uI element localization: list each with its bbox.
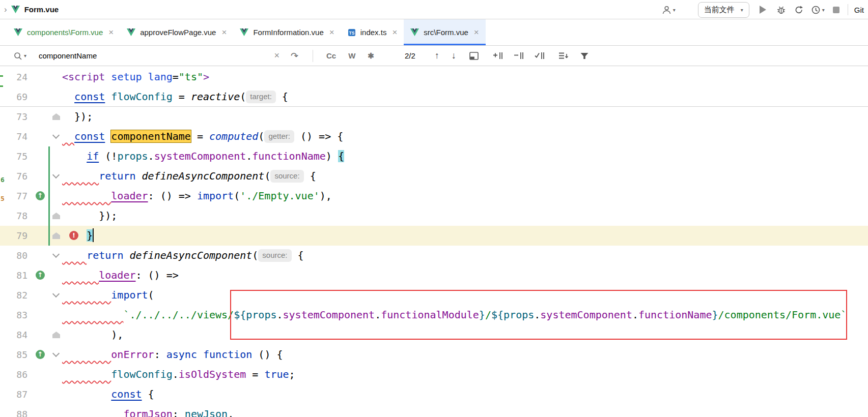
line-number[interactable]: 79 bbox=[0, 226, 27, 246]
fold-icon[interactable] bbox=[52, 251, 60, 258]
line-number[interactable]: 85 bbox=[0, 345, 27, 365]
editor-line-86[interactable]: 86 flowConfig.isOldSystem = true; bbox=[0, 365, 868, 384]
code-token bbox=[62, 408, 123, 417]
fold-icon[interactable] bbox=[52, 132, 60, 139]
code-token: . bbox=[148, 150, 154, 162]
tab-close-icon[interactable]: × bbox=[328, 28, 334, 37]
code-token bbox=[105, 71, 111, 83]
editor-line-85[interactable]: 85↑ onError: async function () { bbox=[0, 345, 868, 365]
editor[interactable]: 24<script setup lang="ts">69 const flowC… bbox=[0, 66, 868, 417]
code-token: './Empty.vue' bbox=[240, 190, 320, 202]
code-token: ( bbox=[264, 170, 270, 182]
line-number[interactable]: 24 bbox=[0, 67, 27, 87]
tab-src-form-vue[interactable]: src\Form.vue× bbox=[404, 19, 485, 45]
history-dropdown[interactable]: ▾ bbox=[811, 5, 825, 15]
editor-line-77[interactable]: 77↑ loader: () => import('./Empty.vue'), bbox=[0, 186, 868, 206]
line-number[interactable]: 84 bbox=[0, 325, 27, 345]
implements-icon[interactable]: ↑ bbox=[36, 191, 45, 200]
ts-file-icon: TS bbox=[348, 28, 356, 37]
stop-button[interactable] bbox=[833, 7, 839, 13]
line-number[interactable]: 86 bbox=[0, 365, 27, 384]
fold-end-icon[interactable] bbox=[52, 113, 60, 120]
editor-line-80[interactable]: 80 return defineAsyncComponent(source: { bbox=[0, 246, 868, 265]
more-options-icon[interactable] bbox=[558, 51, 569, 60]
editor-line-69[interactable]: 69 const flowConfig = reactive(target: { bbox=[0, 87, 868, 107]
line-number[interactable]: 81 bbox=[0, 265, 27, 285]
editor-line-78[interactable]: 78 }); bbox=[0, 206, 868, 226]
code-token: setup bbox=[111, 71, 142, 83]
line-number[interactable]: 82 bbox=[0, 285, 27, 305]
line-number[interactable]: 75 bbox=[0, 146, 27, 166]
line-number[interactable]: 88 bbox=[0, 404, 27, 417]
code-token: ; bbox=[289, 368, 295, 380]
code-token: : () => bbox=[136, 269, 179, 281]
user-account-button[interactable]: ▾ bbox=[662, 5, 676, 15]
fold-end-icon[interactable] bbox=[52, 232, 60, 239]
line-number[interactable]: 83 bbox=[0, 305, 27, 325]
search-input[interactable]: ▾ componentName × ↷ bbox=[13, 50, 305, 62]
run-button[interactable] bbox=[760, 6, 766, 14]
edge-mark bbox=[0, 85, 3, 87]
open-in-tool-window-icon[interactable] bbox=[469, 52, 479, 60]
line-number[interactable]: 69 bbox=[0, 87, 27, 107]
editor-line-81[interactable]: 81↑ loader: () => bbox=[0, 265, 868, 285]
editor-line-88[interactable]: 88 formJson: newJson, bbox=[0, 404, 868, 417]
tab-close-icon[interactable]: × bbox=[220, 28, 227, 37]
code-token: ) bbox=[326, 150, 338, 162]
tab-index-ts[interactable]: TSindex.ts× bbox=[341, 19, 404, 45]
nav-chevron-icon[interactable]: › bbox=[4, 5, 7, 15]
editor-line-24[interactable]: 24<script setup lang="ts"> bbox=[0, 67, 868, 87]
remove-occurrence-icon[interactable] bbox=[514, 51, 524, 60]
editor-line-73[interactable]: 73 }); bbox=[0, 107, 868, 127]
clear-search-icon[interactable]: × bbox=[274, 50, 279, 61]
previous-match-button[interactable]: ↑ bbox=[435, 50, 439, 61]
editor-line-76[interactable]: 76 return defineAsyncComponent(source: { bbox=[0, 166, 868, 186]
fold-icon[interactable] bbox=[52, 290, 60, 297]
words-toggle[interactable]: W bbox=[348, 51, 355, 60]
code-token bbox=[62, 368, 111, 380]
implements-icon[interactable]: ↑ bbox=[36, 350, 45, 359]
regex-toggle[interactable]: ✱ bbox=[368, 51, 374, 61]
git-menu[interactable]: Git bbox=[854, 6, 864, 14]
next-match-button[interactable]: ↓ bbox=[452, 50, 456, 61]
editor-line-74[interactable]: 74 const componentName = computed(getter… bbox=[0, 127, 868, 146]
fold-icon[interactable] bbox=[52, 350, 60, 357]
tab-components-form-vue[interactable]: components\Form.vue× bbox=[7, 19, 120, 45]
tab-close-icon[interactable]: × bbox=[473, 28, 479, 37]
tab-approveflowpage-vue[interactable]: approveFlowPage.vue× bbox=[120, 19, 233, 45]
editor-line-75[interactable]: 75 if (!props.systemComponent.functionNa… bbox=[0, 146, 868, 166]
line-number[interactable]: 74 bbox=[0, 127, 27, 146]
fold-end-icon[interactable] bbox=[52, 332, 60, 338]
debug-bug-icon[interactable] bbox=[776, 5, 786, 15]
add-occurrence-icon[interactable] bbox=[493, 51, 503, 60]
tab-forminformation-vue[interactable]: FormInformation.vue× bbox=[233, 19, 341, 45]
code-token bbox=[62, 190, 111, 202]
matched-brace-highlight: } bbox=[87, 229, 93, 242]
filter-icon[interactable] bbox=[580, 52, 589, 60]
run-config-dropdown[interactable]: 当前文件 ▾ bbox=[698, 2, 749, 18]
line-number[interactable]: 73 bbox=[0, 107, 27, 127]
line-number[interactable]: 80 bbox=[0, 246, 27, 265]
vcs-change-bar[interactable] bbox=[48, 146, 50, 246]
code-token: if bbox=[87, 150, 99, 162]
tab-close-icon[interactable]: × bbox=[391, 28, 397, 37]
fold-end-icon[interactable] bbox=[52, 213, 60, 219]
code-token: newJson bbox=[185, 408, 228, 417]
edge-mark: 6 bbox=[1, 176, 5, 184]
line-number[interactable]: 78 bbox=[0, 206, 27, 226]
tab-close-icon[interactable]: × bbox=[107, 28, 114, 37]
code-token: { bbox=[142, 388, 154, 400]
search-icon[interactable] bbox=[13, 51, 22, 61]
match-case-toggle[interactable]: Cc bbox=[326, 51, 336, 60]
editor-line-79[interactable]: 79! } bbox=[0, 226, 868, 246]
select-all-occurrences-icon[interactable] bbox=[535, 51, 545, 60]
code-token: reactive bbox=[191, 91, 240, 103]
insert-newline-icon[interactable]: ↷ bbox=[291, 50, 298, 62]
code-token bbox=[197, 348, 203, 361]
line-number[interactable]: 87 bbox=[0, 384, 27, 404]
search-history-chevron-icon[interactable]: ▾ bbox=[24, 53, 26, 58]
fold-icon[interactable] bbox=[52, 171, 60, 178]
rerun-icon[interactable] bbox=[794, 5, 804, 15]
editor-line-87[interactable]: 87 const { bbox=[0, 384, 868, 404]
implements-icon[interactable]: ↑ bbox=[36, 271, 45, 280]
